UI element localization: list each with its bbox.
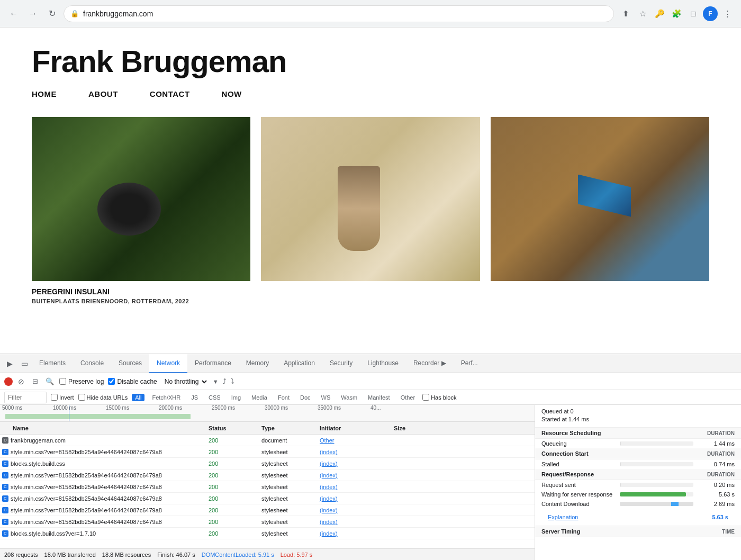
row-name: C style.min.css?ver=81582bdb254a94e44644… (2, 449, 209, 455)
row-type: stylesheet (261, 519, 320, 525)
tab-application[interactable]: Application (276, 354, 322, 373)
menu-button[interactable]: ⋮ (720, 6, 735, 21)
row-type: document (261, 437, 320, 444)
tab-recorder[interactable]: Recorder ▶ (406, 354, 454, 373)
tab-sources[interactable]: Sources (111, 354, 149, 373)
filter-fetch-xhr[interactable]: Fetch/XHR (149, 394, 184, 401)
row-initiator[interactable]: (index) (320, 449, 394, 455)
disable-cache-checkbox[interactable] (108, 378, 115, 385)
clear-button[interactable]: ⊘ (17, 377, 25, 386)
filter-input[interactable] (4, 392, 47, 403)
preserve-log-checkbox[interactable] (59, 378, 66, 385)
server-timing-col: TIME (722, 529, 735, 535)
request-sent-bar (620, 483, 694, 487)
row-initiator[interactable]: (index) (320, 519, 394, 525)
row-status: 200 (209, 495, 261, 502)
filter-js[interactable]: JS (188, 394, 201, 401)
cast-button[interactable]: □ (686, 6, 701, 21)
table-row[interactable]: C style.min.css?ver=81582bdb254a94e44644… (0, 516, 535, 528)
col-header-initiator: Initiator (320, 425, 394, 431)
import-button[interactable]: ⤴ (223, 377, 227, 385)
table-row[interactable]: C blocks.style.build.css?ver=1.7.10 200 … (0, 528, 535, 539)
row-initiator[interactable]: (index) (320, 495, 394, 502)
row-initiator[interactable]: (index) (320, 472, 394, 478)
timeline-label-1: 10000 ms (53, 405, 76, 411)
table-row[interactable]: C blocks.style.build.css 200 stylesheet … (0, 458, 535, 469)
table-row[interactable]: C style.min.css?ver=81582bdb254a94e44644… (0, 481, 535, 493)
forward-button[interactable]: → (25, 6, 40, 21)
filter-other[interactable]: Other (397, 394, 419, 401)
device-mode-button[interactable]: ▭ (17, 356, 32, 371)
tab-memory[interactable]: Memory (239, 354, 276, 373)
row-initiator[interactable]: Other (320, 437, 394, 444)
table-row[interactable]: C style.min.css?ver=81582bdb254a94e44644… (0, 469, 535, 481)
preserve-log-label[interactable]: Preserve log (59, 378, 104, 385)
tab-lighthouse[interactable]: Lighthouse (360, 354, 406, 373)
search-icon-button[interactable]: 🔍 (44, 376, 55, 387)
filter-manifest[interactable]: Manifest (365, 394, 393, 401)
filter-media[interactable]: Media (248, 394, 270, 401)
filter-doc[interactable]: Doc (297, 394, 314, 401)
hide-data-urls-checkbox[interactable] (78, 394, 85, 401)
row-initiator[interactable]: (index) (320, 530, 394, 537)
nav-about[interactable]: ABOUT (88, 89, 118, 98)
table-row[interactable]: D frankbruggeman.com 200 document Other (0, 435, 535, 446)
row-name: C style.min.css?ver=81582bdb254a94e44644… (2, 507, 209, 513)
timing-row-waiting: Waiting for server response 5.63 s (535, 490, 741, 499)
hide-data-urls-label[interactable]: Hide data URLs (78, 394, 128, 401)
has-blocked-label[interactable]: Has block (422, 394, 456, 401)
password-button[interactable]: 🔑 (652, 6, 667, 21)
filter-css[interactable]: CSS (205, 394, 224, 401)
share-button[interactable]: ⬆ (618, 6, 633, 21)
table-row[interactable]: C style.min.css?ver=81582bdb254a94e44644… (0, 493, 535, 504)
nav-now[interactable]: NOW (222, 89, 242, 98)
refresh-button[interactable]: ↻ (44, 6, 59, 21)
filter-icon-button[interactable]: ⊟ (30, 376, 40, 387)
timing-section-connection-start: Connection Start DURATION (535, 448, 741, 459)
tab-performance[interactable]: Performance (187, 354, 239, 373)
inspect-element-button[interactable]: ▶ (2, 356, 17, 371)
table-row[interactable]: C style.min.css?ver=81582bdb254a94e44644… (0, 504, 535, 516)
row-initiator[interactable]: (index) (320, 484, 394, 490)
timeline-label-7: 40... (370, 405, 381, 411)
status-dom-content: DOMContentLoaded: 5.91 s (202, 552, 274, 558)
profile-button[interactable]: F (703, 6, 718, 21)
extensions-button[interactable]: 🧩 (669, 6, 684, 21)
filter-font[interactable]: Font (275, 394, 293, 401)
address-bar[interactable]: 🔒 frankbruggeman.com (64, 5, 614, 22)
disable-cache-label[interactable]: Disable cache (108, 378, 157, 385)
tab-console[interactable]: Console (73, 354, 111, 373)
timeline-bar-green (5, 414, 191, 419)
row-initiator[interactable]: (index) (320, 507, 394, 513)
row-type: stylesheet (261, 484, 320, 490)
filter-wasm[interactable]: Wasm (338, 394, 360, 401)
export-button[interactable]: ⤵ (231, 377, 234, 385)
table-row[interactable]: C style.min.css?ver=81582bdb254a94e44644… (0, 446, 535, 458)
has-blocked-checkbox[interactable] (422, 394, 429, 401)
timeline-label-4: 25000 ms (212, 405, 235, 411)
nav-home[interactable]: HOME (32, 89, 57, 98)
invert-checkbox-label[interactable]: Invert (51, 394, 74, 401)
filter-img[interactable]: Img (228, 394, 244, 401)
row-type: stylesheet (261, 507, 320, 513)
filter-all[interactable]: All (132, 394, 144, 401)
tab-perf[interactable]: Perf... (454, 354, 485, 373)
queueing-label: Queueing (541, 440, 616, 447)
bookmark-button[interactable]: ☆ (635, 6, 650, 21)
row-initiator[interactable]: (index) (320, 460, 394, 467)
timing-section-request-response: Request/Response DURATION (535, 469, 741, 480)
stalled-tick (620, 462, 620, 466)
images-row: PEREGRINI INSULANI BUITENPLAATS BRIENENO… (32, 112, 709, 304)
filter-ws[interactable]: WS (318, 394, 334, 401)
tab-network[interactable]: Network (149, 354, 187, 373)
record-button[interactable] (4, 377, 13, 386)
throttle-dropdown-icon: ▼ (213, 378, 219, 385)
tab-security[interactable]: Security (322, 354, 360, 373)
nav-contact[interactable]: CONTACT (150, 89, 190, 98)
throttle-select[interactable]: No throttling Fast 3G Slow 3G Offline (161, 377, 209, 386)
invert-checkbox[interactable] (51, 394, 58, 401)
timeline-label-5: 30000 ms (265, 405, 288, 411)
tab-elements[interactable]: Elements (32, 354, 73, 373)
explanation-link[interactable]: Explanation 5.63 s (541, 512, 735, 522)
back-button[interactable]: ← (6, 6, 21, 21)
